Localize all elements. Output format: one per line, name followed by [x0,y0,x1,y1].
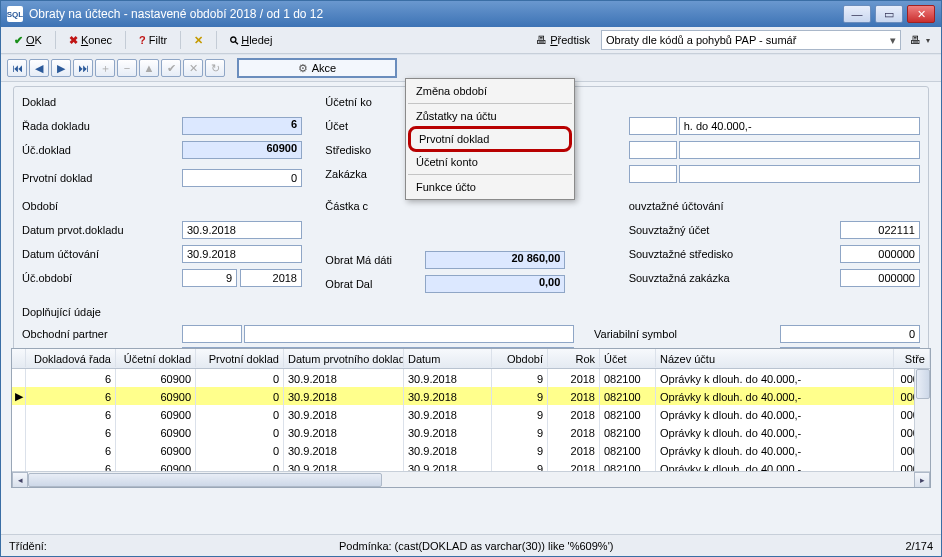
lbl-ucdoklad: Úč.doklad [22,144,182,156]
menu-funkce-ucto[interactable]: Funkce účto [408,177,572,197]
lbl-obratmd: Obrat Má dáti [325,254,425,266]
col-datum-prvot[interactable]: Datum prvotního dokladu [284,349,404,367]
field-stredisko-desc[interactable] [679,141,920,159]
nav-add-button[interactable]: ＋ [95,59,115,77]
field-ucet-code[interactable] [629,117,677,135]
field-varsym[interactable] [780,325,920,343]
grid-header: Dokladová řada Účetní doklad Prvotní dok… [12,349,930,369]
table-row[interactable]: 660900030.9.201830.9.201892018082100Oprá… [12,369,930,387]
field-obratmd: 20 860,00 [425,251,565,269]
col-datum[interactable]: Datum [404,349,492,367]
konec-button[interactable]: ✖Konec [62,31,119,50]
nav-refresh-button[interactable]: ↻ [205,59,225,77]
printer-icon [536,34,547,46]
horizontal-scrollbar[interactable]: ◂ ▸ [12,471,930,487]
predtisk-button[interactable]: Předtisk [529,31,597,49]
field-obratdal: 0,00 [425,275,565,293]
data-grid[interactable]: Dokladová řada Účetní doklad Prvotní dok… [11,348,931,488]
cancel-filter-button[interactable]: ✕ [187,31,210,50]
close-button[interactable]: ✕ [907,5,935,23]
lbl-castka: Částka c [325,200,425,212]
menu-prvotni-doklad[interactable]: Prvotní doklad [408,126,572,152]
lbl-dat-uct: Datum účtování [22,248,182,260]
filtr-button[interactable]: ?Filtr [132,31,174,49]
menu-zustatky[interactable]: Zůstatky na účtu [408,106,572,126]
minimize-button[interactable]: — [843,5,871,23]
question-icon: ? [139,34,146,46]
field-prvotni[interactable] [182,169,302,187]
search-icon [230,34,238,47]
col-obdobi[interactable]: Období [492,349,548,367]
table-row[interactable]: 660900030.9.201830.9.201892018082100Oprá… [12,405,930,423]
lbl-dopl: Doplňující údaje [22,306,182,318]
table-row[interactable]: ▶660900030.9.201830.9.201892018082100Opr… [12,387,930,405]
col-rok[interactable]: Rok [548,349,600,367]
col-ucet[interactable]: Účet [600,349,656,367]
field-ucet-desc[interactable] [679,117,920,135]
field-souv-str[interactable] [840,245,920,263]
field-ucobd-m[interactable] [182,269,237,287]
nav-post-button[interactable]: ✔ [161,59,181,77]
menu-ucetni-konto[interactable]: Účetní konto [408,152,572,172]
lbl-prvotni: Prvotní doklad [22,172,182,184]
nav-cancel-button[interactable]: ✕ [183,59,203,77]
predtisk-value: Obraty dle kódů a pohybů PAP - sumář [606,34,796,46]
field-dat-prvot[interactable] [182,221,302,239]
vertical-scrollbar[interactable] [914,369,930,471]
check-icon: ✔ [14,34,23,47]
field-obchpart-code[interactable] [182,325,242,343]
hscroll-left[interactable]: ◂ [12,472,28,488]
field-obchpart-name[interactable] [244,325,574,343]
lbl-obchpart: Obchodní partner [22,328,182,340]
nav-del-button[interactable]: − [117,59,137,77]
content-area: Změna období Zůstatky na účtu Prvotní do… [1,82,941,534]
lbl-souv-ucet: Souvztažný účet [629,224,759,236]
akce-button[interactable]: Akce [237,58,397,78]
hscroll-thumb[interactable] [28,473,382,487]
window-title: Obraty na účtech - nastavené období 2018… [29,7,843,21]
lbl-dat-prvot: Datum prvot.dokladu [22,224,182,236]
maximize-button[interactable]: ▭ [875,5,903,23]
nav-prev-button[interactable]: ◀ [29,59,49,77]
titlebar[interactable]: SQL Obraty na účtech - nastavené období … [1,1,941,27]
field-souv-zak[interactable] [840,269,920,287]
grid-body[interactable]: 660900030.9.201830.9.201892018082100Oprá… [12,369,930,471]
table-row[interactable]: 660900030.9.201830.9.201892018082100Oprá… [12,459,930,471]
field-stredisko-code[interactable] [629,141,677,159]
nav-first-button[interactable]: ⏮ [7,59,27,77]
lbl-rada: Řada dokladu [22,120,182,132]
lbl-souv-str: Souvztažné středisko [629,248,759,260]
statusbar: Třídění: Podmínka: (cast(DOKLAD as varch… [1,534,941,556]
table-row[interactable]: 660900030.9.201830.9.201892018082100Oprá… [12,423,930,441]
hscroll-right[interactable]: ▸ [914,472,930,488]
nav-last-button[interactable]: ⏭ [73,59,93,77]
ok-button[interactable]: ✔OOKK [7,31,49,50]
status-trideni: Třídění: [9,540,47,552]
lbl-souv-uct: ouvztažné účtování [629,200,759,212]
field-dat-uct[interactable] [182,245,302,263]
col-prvotni-doklad[interactable]: Prvotní doklad [196,349,284,367]
table-row[interactable]: 660900030.9.201830.9.201892018082100Oprá… [12,441,930,459]
field-ucobd-r[interactable] [240,269,302,287]
akce-label: Akce [312,62,336,74]
field-zakazka-code[interactable] [629,165,677,183]
col-nazev[interactable]: Název účtu [656,349,894,367]
menu-zmena-obdobi[interactable]: Změna období [408,81,572,101]
col-dokladova-rada[interactable]: Dokladová řada [26,349,116,367]
field-zakazka-desc[interactable] [679,165,920,183]
lbl-obratdal: Obrat Dal [325,278,425,290]
nav-next-button[interactable]: ▶ [51,59,71,77]
app-icon: SQL [7,6,23,22]
status-podminka: Podmínka: (cast(DOKLAD as varchar(30)) l… [339,540,613,552]
lbl-ucobd: Úč.období [22,272,182,284]
hledej-button[interactable]: Hledej [223,31,279,50]
nav-edit-button[interactable]: ▲ [139,59,159,77]
vscroll-thumb[interactable] [916,369,930,399]
gear-icon [298,62,308,75]
field-souv-ucet[interactable] [840,221,920,239]
print-button[interactable] [905,32,935,48]
predtisk-select[interactable]: Obraty dle kódů a pohybů PAP - sumář [601,30,901,50]
col-stredisko[interactable]: Stře [894,349,930,367]
field-ucdoklad: 60900 [182,141,302,159]
col-ucetni-doklad[interactable]: Účetní doklad [116,349,196,367]
